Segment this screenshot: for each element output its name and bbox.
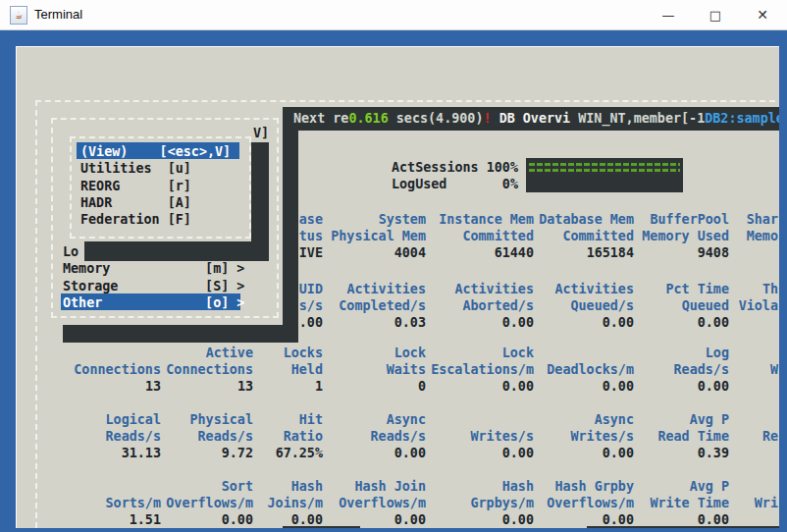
window-frame-top — [0, 30, 787, 46]
gauge-label: ActSessions 100% — [392, 159, 518, 176]
submenu-item-reorg[interactable]: REORG [r] — [80, 178, 191, 194]
menu-frame-title-fragment: V] — [253, 125, 269, 141]
menu-item-lo[interactable]: Lo — [63, 243, 79, 260]
terminal-area: aseSystemInstance MemDatabase MemBufferP… — [16, 46, 779, 528]
window-frame-bottom — [0, 528, 787, 532]
gauge-bar — [529, 169, 680, 172]
menu-shadow — [283, 131, 298, 343]
header-segment: DB Overvi — [499, 111, 571, 126]
submenu-item-view[interactable]: (View) [<esc>,V] — [80, 143, 231, 160]
application-window: aseSystemInstance MemDatabase MemBufferP… — [0, 0, 787, 532]
header-text: Next re0.616 secs(4.900)! DB Overvi WIN_… — [293, 110, 780, 127]
header-segment: 0.616 — [348, 111, 388, 126]
header-segment: ! — [484, 111, 492, 126]
submenu-shadow — [84, 241, 269, 261]
header-segment: WIN_NT,member[-1 — [570, 111, 705, 126]
menu-item-other[interactable]: Other [o] > — [63, 294, 244, 311]
submenu-item-federation[interactable]: Federation [F] — [80, 211, 191, 228]
window-title: Terminal — [34, 7, 82, 22]
title-bar: ☕ Terminal — □ ✕ — [0, 0, 787, 30]
header-segment: DB2:sample — [705, 111, 780, 126]
submenu-item-hadr[interactable]: HADR [A] — [80, 194, 191, 211]
close-button[interactable]: ✕ — [746, 0, 779, 30]
header-segment: Next re — [293, 111, 348, 126]
minimize-button[interactable]: — — [652, 0, 685, 30]
menu-item-storage[interactable]: Storage [S] > — [63, 278, 244, 294]
gauge-box — [526, 158, 683, 192]
header-bar: Next re0.616 secs(4.900)! DB Overvi WIN_… — [283, 107, 780, 131]
maximize-button[interactable]: □ — [699, 0, 732, 30]
header-segment — [492, 111, 499, 126]
submenu-item-utilities[interactable]: Utilities [u] — [80, 160, 191, 177]
menu-item-memory[interactable]: Memory [m] > — [63, 260, 244, 277]
menu-shadow — [63, 325, 298, 343]
java-icon: ☕ — [10, 6, 27, 25]
header-segment: secs(4.900) — [389, 111, 484, 126]
window-frame-right — [779, 30, 787, 532]
window-frame-left — [0, 30, 16, 532]
gauge-bar — [529, 163, 680, 166]
gauge-label: LogUsed 0% — [392, 176, 518, 192]
